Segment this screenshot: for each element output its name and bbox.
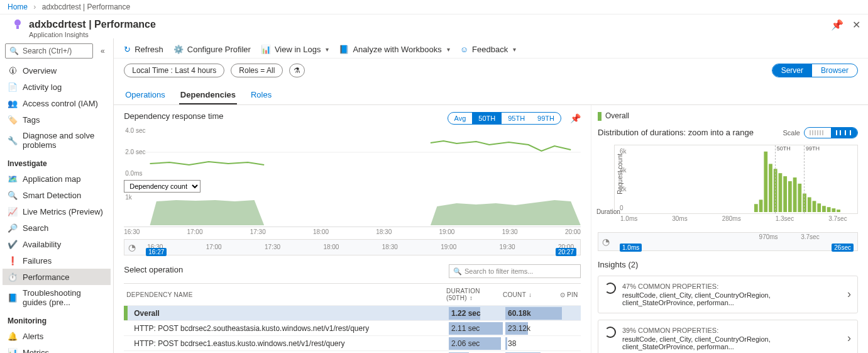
- chart-title: Dependency response time: [124, 111, 223, 121]
- page-header: adxbcdrtest | Performance 📌 ✕: [0, 14, 868, 32]
- server-browser-toggle[interactable]: Server Browser: [772, 64, 858, 77]
- sidebar-item[interactable]: 🔔Alerts: [3, 328, 111, 344]
- nav-label: Live Metrics (Preview): [23, 207, 103, 216]
- tab-operations[interactable]: Operations: [124, 86, 167, 104]
- duration-cell: 2.06 sec: [449, 336, 505, 351]
- refresh-button[interactable]: ↻Refresh: [124, 45, 163, 54]
- sidebar-item[interactable]: ❗Failures: [3, 252, 111, 269]
- configure-profiler-button[interactable]: ⚙️Configure Profiler: [173, 45, 251, 54]
- appinsights-icon: [11, 18, 24, 31]
- percentile-toggle[interactable]: Avg 50TH 95TH 99TH: [448, 112, 561, 125]
- dep-name: HTTP: POST bcdrsec2.southeastasia.kusto.…: [124, 324, 449, 333]
- duration-scrubber[interactable]: ◔ 970ms 3.7sec 1.0ms 26sec: [598, 232, 858, 251]
- dependency-count-chart[interactable]: 1k: [124, 194, 581, 225]
- browser-option[interactable]: Browser: [812, 64, 857, 77]
- svg-rect-16: [759, 199, 763, 212]
- workbook-icon: 📘: [339, 45, 349, 54]
- tab-dependencies[interactable]: Dependencies: [179, 86, 237, 104]
- sidebar-item[interactable]: 📘Troubleshooting guides (pre...: [3, 285, 111, 310]
- sidebar-item[interactable]: 🛈Overview: [3, 62, 111, 79]
- roles-pill[interactable]: Roles = All: [231, 64, 283, 77]
- table-row[interactable]: HTTP: POST bcdrsec1.eastus.kusto.windows…: [124, 335, 581, 350]
- svg-rect-24: [798, 184, 801, 212]
- breadcrumb-home[interactable]: Home: [8, 3, 28, 11]
- nav-icon: ❗: [8, 255, 18, 266]
- nav-icon: ✔️: [8, 239, 18, 249]
- dependency-count-select[interactable]: Dependency count: [124, 180, 201, 193]
- insight-body: resultCode, client_City, client_CountryO…: [622, 291, 841, 306]
- sidebar-item[interactable]: 🗺️Application map: [3, 171, 111, 187]
- svg-rect-14: [850, 130, 851, 135]
- duration-histogram[interactable]: Request count 50TH 99TH 6k 4k 2k 0: [614, 145, 858, 214]
- server-option[interactable]: Server: [772, 64, 812, 77]
- perc-avg[interactable]: Avg: [448, 113, 473, 124]
- insight-body: resultCode, client_City, client_CountryO…: [622, 335, 841, 350]
- nav-icon: 📈: [8, 206, 18, 216]
- sidebar-item[interactable]: 📈Live Metrics (Preview): [3, 203, 111, 220]
- feedback-button[interactable]: ☺Feedback▾: [460, 45, 516, 54]
- breadcrumb-sep: ›: [33, 3, 36, 11]
- sidebar-collapse-icon[interactable]: «: [97, 47, 108, 55]
- refresh-icon: ↻: [124, 45, 131, 54]
- svg-rect-12: [840, 130, 841, 135]
- time-range-pill[interactable]: Local Time : Last 4 hours: [124, 64, 224, 77]
- table-row[interactable]: HTTP: POST bcdrsec2.southeastasia.kusto.…: [124, 320, 581, 335]
- nav-icon: 🏷️: [8, 115, 18, 125]
- filter-bar: Local Time : Last 4 hours Roles = All ⚗ …: [114, 59, 868, 82]
- sidebar-item[interactable]: ⏱️Performance: [3, 269, 111, 285]
- insight-card[interactable]: 39% COMMON PROPERTIES:resultCode, client…: [598, 320, 858, 353]
- hist-scrub-end: 26sec: [832, 244, 854, 252]
- view-in-logs-button[interactable]: 📊View in Logs▾: [261, 45, 329, 54]
- svg-rect-11: [836, 130, 837, 135]
- perc-50[interactable]: 50TH: [472, 113, 502, 124]
- sidebar-item[interactable]: 🏷️Tags: [3, 111, 111, 128]
- logs-icon: 📊: [261, 45, 271, 54]
- sidebar-item[interactable]: 🔎Search: [3, 220, 111, 236]
- nav-icon: 📊: [8, 347, 18, 353]
- scale-label: Scale: [783, 129, 800, 137]
- page-subtitle: Application Insights: [0, 31, 868, 38]
- pin-icon[interactable]: 📌: [831, 19, 843, 31]
- count-cell: 38: [505, 336, 562, 351]
- nav-icon: 📘: [8, 293, 18, 303]
- perc-99[interactable]: 99TH: [531, 113, 561, 124]
- sidebar-item[interactable]: 📊Metrics: [3, 344, 111, 353]
- time-scrubber[interactable]: ◔ 16:3017:0017:3018:0018:3019:0019:3020:…: [124, 239, 581, 255]
- filter-icon[interactable]: ⚗: [289, 64, 305, 77]
- tab-roles[interactable]: Roles: [250, 86, 273, 104]
- sidebar-item[interactable]: ✔️Availability: [3, 236, 111, 252]
- tabs: Operations Dependencies Roles: [114, 82, 868, 105]
- table-row[interactable]: HTTP: POST bcdrprimary.westeurope.kusto.…: [124, 350, 581, 353]
- response-time-chart[interactable]: 4.0 sec 2.0 sec 0.0ms: [124, 127, 581, 177]
- scale-linear[interactable]: [805, 128, 831, 138]
- content-left: Dependency response time Avg 50TH 95TH 9…: [114, 105, 591, 353]
- analyze-workbooks-button[interactable]: 📘Analyze with Workbooks▾: [339, 45, 449, 54]
- search-input[interactable]: 🔍 Search (Ctrl+/): [5, 43, 93, 59]
- sidebar-item[interactable]: 👥Access control (IAM): [3, 95, 111, 111]
- nav-icon: ⏱️: [8, 272, 18, 282]
- operation-search[interactable]: 🔍 Search to filter items...: [449, 264, 581, 278]
- pin-chart-icon[interactable]: 📌: [570, 113, 581, 123]
- svg-marker-3: [150, 200, 265, 225]
- nav-group-title: Monitoring: [3, 310, 111, 328]
- sidebar-item[interactable]: 🔍Smart Detection: [3, 187, 111, 203]
- insight-card[interactable]: 47% COMMON PROPERTIES:resultCode, client…: [598, 276, 858, 313]
- sort-down-icon: ↓: [529, 291, 532, 298]
- col-name[interactable]: DEPENDENCY NAME: [126, 291, 446, 298]
- nav-label: Smart Detection: [23, 191, 81, 200]
- close-icon[interactable]: ✕: [852, 19, 860, 31]
- scale-log[interactable]: [831, 128, 857, 138]
- perc-95[interactable]: 95TH: [502, 113, 531, 124]
- sidebar-item[interactable]: 🔧Diagnose and solve problems: [3, 128, 111, 153]
- scale-toggle[interactable]: [804, 127, 858, 138]
- svg-rect-15: [754, 204, 758, 212]
- table-header: DEPENDENCY NAME DURATION (50TH)↕ COUNT↓ …: [124, 284, 581, 305]
- table-row[interactable]: Overall1.22 sec60.18k: [124, 305, 581, 320]
- col-count[interactable]: COUNT↓: [503, 291, 559, 298]
- nav-label: Alerts: [23, 332, 43, 341]
- col-duration[interactable]: DURATION (50TH)↕: [446, 288, 503, 301]
- sidebar-item[interactable]: 📄Activity log: [3, 79, 111, 95]
- svg-rect-31: [832, 208, 835, 212]
- chevron-down-icon: ▾: [513, 46, 516, 53]
- nav-label: Performance: [23, 272, 69, 282]
